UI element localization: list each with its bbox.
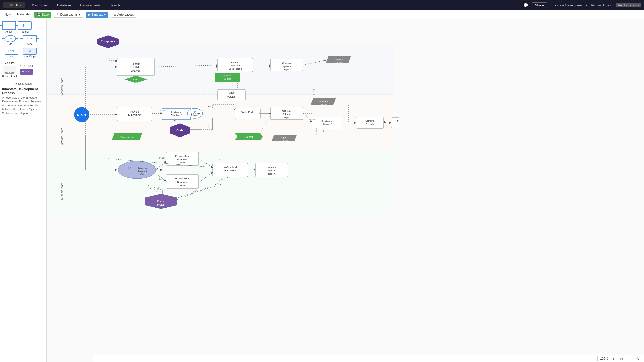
svg-text:LOOP: LOOP	[310, 119, 316, 121]
diagram-svg: Systems Team Software Team Support Team	[47, 19, 399, 245]
user-chevron: ▾	[610, 3, 612, 7]
systems-team-label: Systems Team	[60, 78, 63, 96]
svg-text:Combine?: Combine?	[323, 123, 332, 125]
io-label: Input/Output	[23, 55, 37, 58]
or-shape[interactable]: OR Or	[2, 35, 18, 46]
svg-text:Work: Work	[180, 161, 185, 164]
combine-reports-label: Combine	[365, 120, 374, 122]
user-name: Richard Roe	[591, 3, 609, 7]
svg-rect-12	[47, 150, 394, 213]
parallel-shape[interactable]: Parallel	[18, 21, 32, 33]
branch-asset-shape[interactable]: ASSET Branch Asset	[2, 62, 17, 78]
canvas-scroll[interactable]: Systems Team Software Team Support Team	[47, 19, 644, 362]
nav-dashboard[interactable]: Dashboard	[30, 2, 50, 8]
loop-label: Loop	[9, 55, 14, 58]
project-title: Innostate Development Process	[2, 87, 44, 95]
branch-asset-label: Branch Asset	[2, 75, 17, 78]
optional-label-1: optional	[313, 87, 315, 95]
shapes-section: Action Parallel	[2, 21, 44, 78]
resource-visual: Resource	[20, 68, 33, 75]
divider-2	[2, 81, 44, 81]
svg-text:Deep Testing: Deep Testing	[229, 68, 242, 70]
fit-button[interactable]: ⊡	[619, 356, 624, 361]
bottom-bar: - 100% + ⊡ ⛶ 🔍	[93, 355, 644, 362]
svg-text:code review: code review	[224, 169, 236, 172]
simulate-button[interactable]: ▶ Simulate ▾	[86, 12, 109, 18]
org-name: Innostate Development	[551, 3, 584, 7]
nav-database[interactable]: Database	[55, 2, 73, 8]
zoom-out-button[interactable]: -	[592, 356, 598, 361]
shape-row-1: Action Parallel	[2, 21, 44, 33]
branch-asset-icon	[4, 66, 15, 74]
branch-asset-visual	[3, 66, 16, 74]
zoom-level: 100%	[600, 357, 608, 360]
svg-text:Document: Document	[177, 181, 188, 183]
download-chevron: ▾	[79, 13, 80, 16]
org-dropdown[interactable]: Innostate Development ▾	[551, 3, 587, 7]
divider-1	[2, 60, 44, 60]
menu-button[interactable]: ☰ MENU ▾	[3, 2, 25, 8]
innostate-version-label: Innostate	[223, 74, 232, 77]
parallel-label: Parallel	[21, 30, 29, 33]
svg-text:Innostate: Innostate	[230, 64, 240, 67]
canvas-area[interactable]: Systems Team Software Team Support Team	[47, 19, 644, 362]
report-label: Report	[245, 135, 253, 138]
svg-text:Continue to: Continue to	[322, 120, 332, 122]
nav-right: 💬 Share Innostate Development ▾ Richard …	[523, 2, 641, 8]
toolbar: New Metadata 💾 Save ⬇ Download as ▾ ▶ Si…	[0, 10, 644, 19]
svg-text:Release?: Release?	[191, 114, 199, 116]
nav-search[interactable]: Search	[107, 2, 122, 8]
svg-text:Document: Document	[138, 170, 147, 172]
sync-shape-visual: SYNC	[23, 35, 37, 42]
action-shape-visual	[2, 21, 16, 30]
support-team-label: Support Team	[60, 183, 63, 200]
menu-icon: ☰	[6, 3, 9, 7]
user-dropdown[interactable]: Richard Roe ▾	[591, 3, 612, 7]
nav-requirements[interactable]: Requirements	[78, 2, 103, 8]
generate-support-report-label: Generate	[267, 166, 276, 169]
svg-text:Work: Work	[180, 184, 185, 187]
save-button[interactable]: 💾 Save	[34, 12, 51, 18]
io-shape[interactable]: IO Input/Output	[23, 48, 37, 58]
perform-deep-testing-label: Perform	[231, 61, 239, 64]
perform-major-doc-label: Perform Major	[175, 155, 189, 157]
simulate-icon: ▶	[88, 13, 91, 16]
yes-label: Yes	[207, 105, 211, 108]
provide-os-node	[391, 118, 399, 128]
auto-layout-button[interactable]: ⊞ Auto Layout	[111, 12, 136, 18]
svg-text:Write Code?: Write Code?	[171, 114, 182, 116]
io-shape-visual: IO	[23, 48, 37, 55]
resource-shape[interactable]: RESOURCE Resource	[19, 64, 34, 75]
asset-section-text: ASSET	[5, 62, 14, 65]
search-diagram-button[interactable]: 🔍	[635, 356, 640, 361]
action-label: Action	[6, 30, 13, 33]
download-button[interactable]: ⬇ Download as ▾	[54, 12, 83, 18]
share-button[interactable]: Share	[532, 2, 547, 8]
new-tab[interactable]: New	[3, 12, 13, 17]
svg-text:Analysis: Analysis	[132, 81, 140, 84]
svg-text:Initial: Initial	[133, 66, 139, 69]
determine-doc-work-node	[118, 161, 156, 179]
software-team-label: Software Team	[60, 128, 63, 146]
systems-report-label: Systems	[334, 58, 343, 61]
main-area: Action Parallel	[0, 19, 644, 362]
svg-text:Version: Version	[224, 78, 231, 80]
phone-system-label: Phone	[157, 200, 165, 203]
fullscreen-button[interactable]: ⛶	[627, 356, 632, 361]
or-label: Or	[9, 43, 12, 46]
sync-shape[interactable]: SYNC Sync	[20, 35, 39, 46]
action-shape[interactable]: Action	[2, 21, 16, 33]
simulate-label: Simulate	[92, 13, 103, 16]
provide-support-aid-label: Provide	[130, 110, 139, 113]
svg-text:OR: OR	[193, 111, 196, 113]
svg-text:Report: Report	[268, 173, 275, 175]
metadata-tab[interactable]: Metadata	[15, 12, 32, 17]
svg-text:Support Aid: Support Aid	[128, 114, 141, 116]
svg-text:OR: OR	[128, 167, 131, 169]
loop-shape[interactable]: LOOP Loop	[2, 48, 21, 58]
chat-icon[interactable]: 💬	[523, 3, 528, 8]
auto-layout-label: Auto Layout	[117, 13, 133, 16]
zoom-in-button[interactable]: +	[611, 356, 616, 361]
documents-label: Documents	[120, 135, 134, 139]
no-viewers-badge: No other viewers	[616, 3, 641, 7]
